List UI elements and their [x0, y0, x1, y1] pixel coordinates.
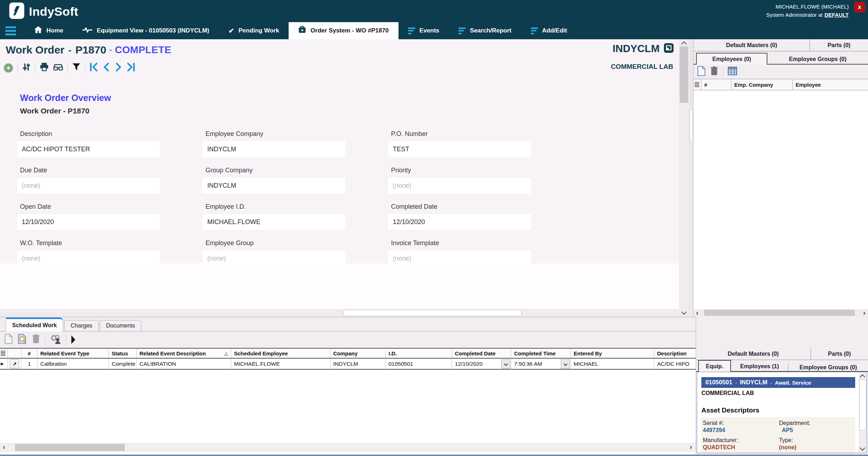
tab-parts[interactable]: Parts (0)	[811, 348, 868, 360]
print-button[interactable]	[40, 63, 49, 73]
completed-date-field[interactable]: 12/10/2020	[388, 214, 531, 230]
tab-employees[interactable]: Employees (0)	[696, 53, 767, 65]
next-record-button[interactable]	[115, 62, 122, 73]
column-header-company[interactable]: Company	[330, 349, 386, 358]
scrollbar-thumb[interactable]	[859, 380, 866, 430]
scheduled-work-horizontal-scrollbar[interactable]: ‹ ›	[0, 443, 696, 452]
main-vertical-scrollbar[interactable]	[679, 39, 689, 317]
column-header-completed-date[interactable]: Completed Date	[452, 349, 511, 358]
previous-record-button[interactable]	[102, 62, 110, 73]
scrollbar-thumb[interactable]	[344, 310, 522, 316]
first-record-button[interactable]	[90, 62, 98, 73]
priority-field[interactable]: (none)	[388, 178, 531, 193]
indysoft-logo: IndySoft	[9, 2, 78, 20]
tab-equip[interactable]: Equip.	[698, 360, 731, 372]
time-dropdown-button[interactable]	[561, 359, 570, 369]
column-header-related-event-description[interactable]: Related Event Description △	[137, 349, 231, 358]
add-button[interactable]: +	[4, 63, 13, 73]
tab-documents[interactable]: Documents	[100, 320, 142, 331]
view-item-button[interactable]	[18, 334, 27, 345]
company-window-icon[interactable]	[664, 43, 674, 55]
nav-item-search-report[interactable]: Search/Report	[449, 22, 521, 39]
print-preview-button[interactable]	[53, 63, 63, 72]
list-bars-icon	[458, 27, 466, 34]
scroll-up-arrow[interactable]	[860, 374, 866, 380]
table-row[interactable]: ▶ ↗ 1 Calibration Complete CALIBRATION M…	[0, 359, 696, 370]
assign-employee-button[interactable]	[50, 334, 61, 345]
row-menu-header[interactable]	[0, 349, 8, 358]
scroll-right-arrow[interactable]: ›	[690, 443, 692, 450]
tab-employee-groups[interactable]: Employee Groups (0)	[788, 363, 868, 372]
tab-parts[interactable]: Parts (0)	[809, 39, 868, 51]
column-header-description[interactable]: Description	[654, 349, 696, 358]
column-header-related-event-type[interactable]: Related Event Type	[37, 349, 109, 358]
scroll-down-arrow[interactable]	[681, 309, 687, 315]
scroll-left-arrow[interactable]: ‹	[3, 443, 5, 450]
column-header-scheduled-employee[interactable]: Scheduled Employee	[231, 349, 330, 358]
sort-ascending-icon[interactable]: △	[224, 351, 228, 356]
column-header-entered-by[interactable]: Entered By	[571, 349, 654, 358]
tab-default-masters[interactable]: Default Masters (0)	[696, 348, 811, 360]
equipment-banner[interactable]: 01050501 - INDYCLM - Await. Service	[701, 377, 855, 388]
descriptor-manufacturer: Manufacturer: QUADTECH	[703, 437, 779, 451]
tab-charges[interactable]: Charges	[64, 320, 98, 331]
nav-item-pending-work[interactable]: ✔ Pending Work	[219, 22, 289, 39]
equipment-vertical-scrollbar[interactable]	[859, 373, 866, 452]
new-item-button[interactable]	[4, 334, 13, 345]
grid-view-button[interactable]	[728, 67, 737, 77]
properties-button[interactable]	[22, 63, 31, 73]
scrollbar-thumb[interactable]	[15, 444, 125, 451]
wo-template-field[interactable]: (none)	[17, 250, 160, 266]
scroll-right-arrow[interactable]: ›	[863, 309, 866, 316]
splitter-handle[interactable]	[690, 110, 693, 142]
run-event-button[interactable]	[71, 335, 75, 344]
user-info: MICHAEL.FLOWE (MICHAEL) System Administr…	[766, 3, 849, 19]
scroll-up-arrow[interactable]	[681, 41, 687, 47]
row-menu-header[interactable]	[694, 79, 701, 90]
column-header-emp-company[interactable]: Emp. Company	[731, 79, 793, 90]
scrollbar-thumb[interactable]	[704, 310, 855, 316]
tab-employees[interactable]: Employees (1)	[731, 361, 788, 372]
employees-horizontal-scrollbar[interactable]: ‹ ›	[694, 309, 868, 317]
column-header-status[interactable]: Status	[109, 349, 137, 358]
open-event-button[interactable]: ↗	[10, 359, 19, 368]
close-button[interactable]: x	[854, 2, 865, 12]
tab-default-masters[interactable]: Default Masters (0)	[694, 39, 809, 51]
column-header-completed-time[interactable]: Completed Time	[511, 349, 571, 358]
employee-company-field[interactable]: INDYCLM	[203, 141, 345, 157]
last-record-button[interactable]	[127, 62, 135, 73]
due-date-field[interactable]: (none)	[17, 178, 160, 193]
nav-item-home[interactable]: Home	[25, 22, 73, 39]
tab-scheduled-work[interactable]: Scheduled Work	[6, 318, 63, 331]
tab-employee-groups[interactable]: Employee Groups (0)	[767, 54, 868, 65]
nav-item-equipment-view[interactable]: Equipment View - 01050503 (INDYCLM)	[73, 22, 219, 39]
scroll-left-arrow[interactable]: ‹	[696, 309, 699, 316]
nav-tab-order-system[interactable]: Order System - WO #P1870	[289, 22, 398, 39]
invoice-template-field[interactable]: (none)	[388, 250, 531, 266]
delete-item-button[interactable]	[32, 334, 40, 345]
filter-button[interactable]	[72, 63, 81, 73]
nav-item-events[interactable]: Events	[399, 22, 449, 39]
group-company-field[interactable]: INDYCLM	[203, 178, 345, 193]
scroll-down-arrow[interactable]	[860, 445, 866, 451]
asset-descriptors-heading: Asset Descriptors	[701, 406, 862, 414]
scrollbar-thumb[interactable]	[680, 46, 688, 103]
equipment-company: INDYCLM	[740, 379, 767, 386]
column-header-num[interactable]: #	[21, 349, 37, 358]
column-header-id[interactable]: I.D.	[386, 349, 452, 358]
vertical-splitter[interactable]	[689, 39, 693, 317]
open-date-field[interactable]: 12/10/2020	[17, 214, 160, 230]
employee-id-field[interactable]: MICHAEL.FLOWE	[203, 214, 345, 230]
delete-record-button[interactable]	[710, 66, 718, 77]
nav-item-add-edit[interactable]: Add/Edit	[521, 22, 577, 39]
main-horizontal-scrollbar[interactable]	[0, 309, 679, 317]
date-dropdown-button[interactable]	[501, 359, 510, 369]
column-header-num[interactable]: #	[701, 79, 731, 90]
new-record-button[interactable]	[697, 66, 706, 77]
column-header-employee[interactable]: Employee	[793, 79, 868, 90]
employee-group-field[interactable]: (none)	[203, 250, 345, 266]
description-field[interactable]: AC/DC HIPOT TESTER	[17, 141, 160, 157]
po-number-field[interactable]: TEST	[388, 141, 531, 157]
hamburger-menu-icon[interactable]	[5, 22, 16, 39]
default-site-link[interactable]: DEFAULT	[824, 12, 849, 18]
